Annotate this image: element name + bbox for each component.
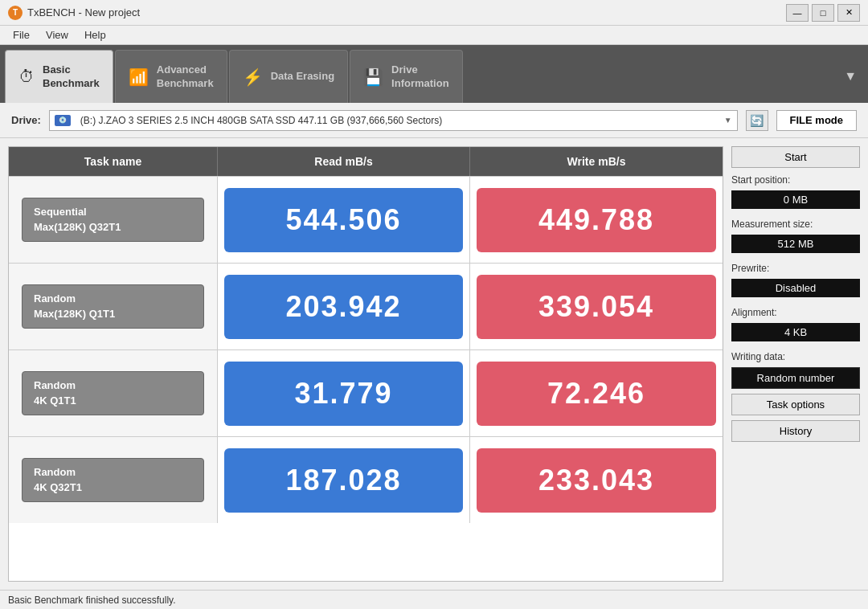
- benchmark-row-4: Random4K Q32T1 187.028 233.043: [9, 436, 723, 523]
- prewrite-label: Prewrite:: [731, 263, 860, 274]
- tab-basic-benchmark[interactable]: ⏱ BasicBenchmark: [5, 50, 113, 103]
- benchmark-row-3: Random4K Q1T1 31.779 72.246: [9, 349, 723, 436]
- benchmark-row-2: RandomMax(128K) Q1T1 203.942 339.054: [9, 263, 723, 349]
- benchmark-header: Task name Read mB/s Write mB/s: [9, 147, 723, 176]
- menu-file[interactable]: File: [6, 27, 36, 43]
- start-button[interactable]: Start: [731, 146, 860, 168]
- start-position-value: 0 MB: [731, 190, 860, 209]
- sidebar: Start Start position: 0 MB Measurement s…: [731, 146, 860, 582]
- write-value-1: 449.788: [470, 177, 723, 263]
- file-mode-button[interactable]: FILE mode: [776, 110, 857, 131]
- start-position-label: Start position:: [731, 174, 860, 186]
- tab-drive-information-label: DriveInformation: [391, 63, 449, 91]
- status-message: Basic Benchmark finished successfully.: [8, 595, 176, 606]
- task-cell-2: RandomMax(128K) Q1T1: [9, 264, 218, 349]
- tabbar: ⏱ BasicBenchmark 📶 AdvancedBenchmark ⚡ D…: [0, 45, 868, 103]
- alignment-label: Alignment:: [731, 307, 860, 318]
- benchmark-table: Task name Read mB/s Write mB/s Sequentia…: [8, 146, 723, 582]
- write-box-3: 72.246: [477, 362, 716, 426]
- drive-dropdown-arrow: ▼: [724, 116, 732, 125]
- read-box-1: 544.506: [224, 188, 463, 252]
- titlebar: T TxBENCH - New project — □ ✕: [0, 0, 868, 26]
- prewrite-value: Disabled: [731, 279, 860, 297]
- task-button-3[interactable]: Random4K Q1T1: [22, 371, 204, 415]
- main-content: Task name Read mB/s Write mB/s Sequentia…: [0, 138, 868, 590]
- history-button[interactable]: History: [731, 420, 860, 442]
- benchmark-row-1: SequentialMax(128K) Q32T1 544.506 449.78…: [9, 176, 723, 263]
- read-value-2: 203.942: [218, 264, 470, 349]
- write-box-2: 339.054: [477, 275, 716, 339]
- drive-information-icon: 💾: [363, 67, 383, 87]
- tab-advanced-benchmark-label: AdvancedBenchmark: [157, 63, 214, 91]
- drive-selector[interactable]: 💿 (B:) J.ZAO 3 SERIES 2.5 INCH 480GB SAT…: [49, 110, 738, 131]
- advanced-benchmark-icon: 📶: [129, 67, 149, 87]
- read-box-2: 203.942: [224, 275, 463, 339]
- minimize-button[interactable]: —: [786, 4, 809, 22]
- menubar: File View Help: [0, 26, 868, 45]
- write-value-3: 72.246: [470, 350, 723, 436]
- data-erasing-icon: ⚡: [243, 67, 263, 87]
- writing-data-button[interactable]: Random number: [731, 367, 860, 389]
- task-cell-1: SequentialMax(128K) Q32T1: [9, 177, 218, 263]
- tab-more-button[interactable]: ▼: [837, 50, 863, 103]
- menu-help[interactable]: Help: [78, 27, 113, 43]
- drive-refresh-button[interactable]: 🔄: [746, 110, 768, 131]
- window-title: TxBENCH - New project: [27, 6, 786, 18]
- header-task: Task name: [9, 147, 218, 176]
- read-box-3: 31.779: [224, 362, 463, 426]
- basic-benchmark-icon: ⏱: [18, 67, 35, 86]
- maximize-button[interactable]: □: [812, 4, 834, 22]
- writing-data-label: Writing data:: [731, 351, 860, 362]
- tab-advanced-benchmark[interactable]: 📶 AdvancedBenchmark: [115, 50, 227, 103]
- task-cell-4: Random4K Q32T1: [9, 437, 218, 523]
- tab-basic-benchmark-label: BasicBenchmark: [43, 63, 100, 91]
- write-value-4: 233.043: [470, 437, 723, 523]
- task-cell-3: Random4K Q1T1: [9, 350, 218, 436]
- app-icon: T: [8, 6, 23, 20]
- header-write: Write mB/s: [470, 147, 723, 176]
- drive-icon: 💿: [55, 115, 71, 126]
- write-value-2: 339.054: [470, 264, 723, 349]
- statusbar: Basic Benchmark finished successfully.: [0, 590, 868, 609]
- drive-label: Drive:: [11, 114, 41, 126]
- read-value-1: 544.506: [218, 177, 470, 263]
- read-box-4: 187.028: [224, 448, 463, 513]
- header-read: Read mB/s: [218, 147, 470, 176]
- window-controls: — □ ✕: [786, 4, 860, 22]
- task-button-2[interactable]: RandomMax(128K) Q1T1: [22, 284, 204, 328]
- tab-data-erasing-label: Data Erasing: [271, 70, 334, 84]
- alignment-value: 4 KB: [731, 323, 860, 341]
- close-button[interactable]: ✕: [837, 4, 860, 22]
- task-options-button[interactable]: Task options: [731, 394, 860, 415]
- task-button-4[interactable]: Random4K Q32T1: [22, 458, 204, 501]
- drive-select-text: (B:) J.ZAO 3 SERIES 2.5 INCH 480GB SATA …: [80, 115, 719, 126]
- read-value-4: 187.028: [218, 437, 470, 523]
- menu-view[interactable]: View: [39, 27, 75, 43]
- read-value-3: 31.779: [218, 350, 470, 436]
- tab-drive-information[interactable]: 💾 DriveInformation: [350, 50, 463, 103]
- measurement-size-label: Measurement size:: [731, 219, 860, 230]
- task-button-1[interactable]: SequentialMax(128K) Q32T1: [22, 198, 204, 241]
- write-box-4: 233.043: [477, 448, 716, 513]
- measurement-size-value: 512 MB: [731, 235, 860, 253]
- tab-data-erasing[interactable]: ⚡ Data Erasing: [229, 50, 348, 103]
- drivebar: Drive: 💿 (B:) J.ZAO 3 SERIES 2.5 INCH 48…: [0, 103, 868, 138]
- write-box-1: 449.788: [477, 188, 716, 252]
